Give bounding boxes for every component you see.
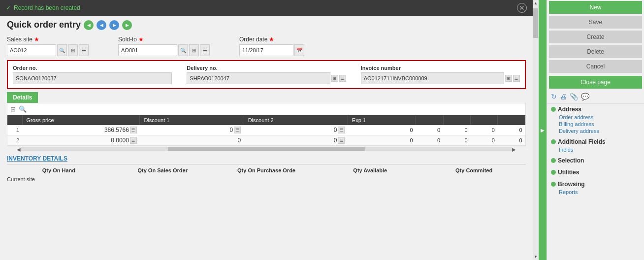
row1-c5: 0 (416, 125, 443, 135)
delivery-no-group: Delivery no. ⊞ ☰ (187, 65, 346, 84)
row1-exp1: 0 (348, 125, 416, 135)
search-icon[interactable]: 🔍 (19, 105, 27, 113)
inv-col-qty-on-purchase: Qty On Purchase Orde (215, 167, 319, 173)
form-area: Sales site ★ 🔍 ⊞ ☰ Sold-to ★ 🔍 ⊞ (0, 32, 533, 60)
invoice-no-icon2[interactable]: ☰ (513, 75, 520, 82)
comment-icon[interactable]: 💬 (581, 93, 589, 100)
row2-discount2: 0 ☰ (244, 135, 348, 146)
sales-site-label: Sales site ★ (7, 36, 89, 43)
details-section: Details ⊞ 🔍 Gross price Discount 1 Disco… (7, 92, 526, 152)
current-site-label: Current site (7, 176, 526, 182)
table-row: 1 386.5766 ☰ 0 ☰ (7, 125, 525, 135)
address-section-title: Address (558, 106, 581, 113)
selection-dot (551, 158, 556, 163)
additional-fields-section: Additional Fields Fields (547, 136, 644, 155)
col-discount2: Discount 2 (244, 115, 348, 125)
order-numbers-section: Order no. Delivery no. ⊞ ☰ Invoice numbe… (7, 60, 526, 89)
utilities-section: Utilities (547, 167, 644, 179)
sales-site-detail-icon[interactable]: ☰ (79, 44, 89, 56)
inventory-section: INVENTORY DETAILS Qty On Hand Qty On Sal… (7, 155, 526, 182)
horizontal-scrollbar[interactable]: ◀ ▶ (7, 146, 526, 152)
scroll-down-button[interactable]: ▼ (533, 254, 539, 260)
order-date-label: Order date ★ (239, 36, 304, 43)
delete-button[interactable]: Delete (549, 45, 642, 58)
page-title: Quick order entry (7, 20, 81, 30)
sales-site-input[interactable] (7, 44, 56, 56)
right-sidebar: New Save Create Delete Cancel Close page… (547, 0, 644, 260)
vertical-scroll-thumb[interactable] (533, 8, 538, 38)
cancel-button[interactable]: Cancel (549, 60, 642, 73)
close-page-button[interactable]: Close page (549, 76, 642, 89)
row2-exp1: 0 (348, 135, 416, 146)
sold-to-input-group: 🔍 ⊞ ☰ (118, 44, 210, 56)
sales-site-list-icon[interactable]: ⊞ (68, 44, 78, 56)
delivery-no-input-row: ⊞ ☰ (187, 72, 346, 84)
scroll-track[interactable] (21, 147, 512, 151)
vertical-scrollbar[interactable]: ▲ ▼ (533, 0, 539, 260)
additional-fields-header: Additional Fields (551, 138, 640, 145)
inv-col-qty-available: Qty Available (318, 167, 422, 173)
nav-icon-2[interactable]: ◀ (97, 20, 106, 30)
delivery-no-label: Delivery no. (187, 65, 346, 71)
check-icon: ✓ (6, 4, 11, 11)
details-toolbar: ⊞ 🔍 (7, 103, 525, 115)
col-extra4 (498, 115, 525, 125)
scroll-up-button[interactable]: ▲ (533, 0, 539, 6)
row2-num: 2 (7, 135, 22, 146)
sold-to-group: Sold-to ★ 🔍 ⊞ ☰ (118, 36, 210, 56)
grid-icon[interactable]: ⊞ (10, 105, 16, 113)
details-table: Gross price Discount 1 Discount 2 Exp 1 … (7, 115, 525, 146)
address-dot (551, 107, 556, 112)
row1-d1-icon[interactable]: ☰ (234, 127, 241, 133)
billing-address-link[interactable]: Billing address (551, 121, 640, 128)
sold-to-detail-icon[interactable]: ☰ (200, 44, 210, 56)
delivery-no-icon2[interactable]: ☰ (339, 75, 346, 82)
order-date-input-group: 📅 (239, 44, 304, 56)
nav-icon-1[interactable]: ◀ (84, 20, 94, 30)
details-content: ⊞ 🔍 Gross price Discount 1 Discount 2 Ex… (7, 103, 526, 146)
row2-gross-price: 0.0000 ☰ (22, 135, 140, 146)
utilities-title: Utilities (558, 169, 579, 176)
sidebar-icons-row: ↻ 🖨 📎 💬 (547, 90, 644, 104)
sidebar-toggle-arrow[interactable]: ▶ (539, 0, 547, 260)
additional-fields-title: Additional Fields (558, 138, 606, 145)
order-date-group: Order date ★ 📅 (239, 36, 304, 56)
row2-discount1: 0 (140, 135, 244, 146)
row1-price-icon[interactable]: ☰ (130, 127, 137, 133)
sold-to-search-icon[interactable]: 🔍 (178, 44, 188, 56)
sold-to-input[interactable] (118, 44, 177, 56)
print-icon[interactable]: 🖨 (560, 93, 567, 100)
row2-price-icon[interactable]: ☰ (130, 137, 137, 144)
invoice-no-icon1[interactable]: ⊞ (505, 75, 512, 82)
col-gross-price: Gross price (22, 115, 140, 125)
row1-d2-icon[interactable]: ☰ (338, 127, 345, 133)
attachment-icon[interactable]: 📎 (570, 93, 578, 100)
col-discount1: Discount 1 (140, 115, 244, 125)
fields-link[interactable]: Fields (551, 146, 640, 153)
save-button[interactable]: Save (549, 16, 642, 29)
order-address-link[interactable]: Order address (551, 114, 640, 121)
details-tab[interactable]: Details (7, 92, 38, 103)
order-no-label: Order no. (13, 65, 172, 71)
row2-d2-icon[interactable]: ☰ (338, 137, 345, 144)
order-date-calendar-icon[interactable]: 📅 (294, 44, 304, 56)
nav-icon-3[interactable]: ▶ (109, 20, 119, 30)
sales-site-search-icon[interactable]: 🔍 (57, 44, 67, 56)
delivery-no-icon1[interactable]: ⊞ (331, 75, 338, 82)
create-button[interactable]: Create (549, 31, 642, 43)
reports-link[interactable]: Reports (551, 189, 640, 195)
new-button[interactable]: New (549, 1, 642, 14)
delivery-address-link[interactable]: Delivery address (551, 128, 640, 134)
notification-message: ✓ Record has been created (6, 4, 80, 11)
inventory-title[interactable]: INVENTORY DETAILS (7, 155, 526, 164)
refresh-icon[interactable]: ↻ (551, 93, 557, 100)
scroll-thumb[interactable] (168, 147, 364, 151)
page-title-row: Quick order entry ◀ ◀ ▶ ▶ (0, 16, 533, 32)
notification-close-button[interactable]: ✕ (517, 3, 527, 13)
browsing-section: Browsing Reports (547, 179, 644, 197)
order-date-input[interactable] (239, 44, 293, 56)
invoice-no-input (361, 72, 504, 84)
sold-to-list-icon[interactable]: ⊞ (189, 44, 199, 56)
col-extra2 (443, 115, 470, 125)
nav-icon-4[interactable]: ▶ (122, 20, 132, 30)
